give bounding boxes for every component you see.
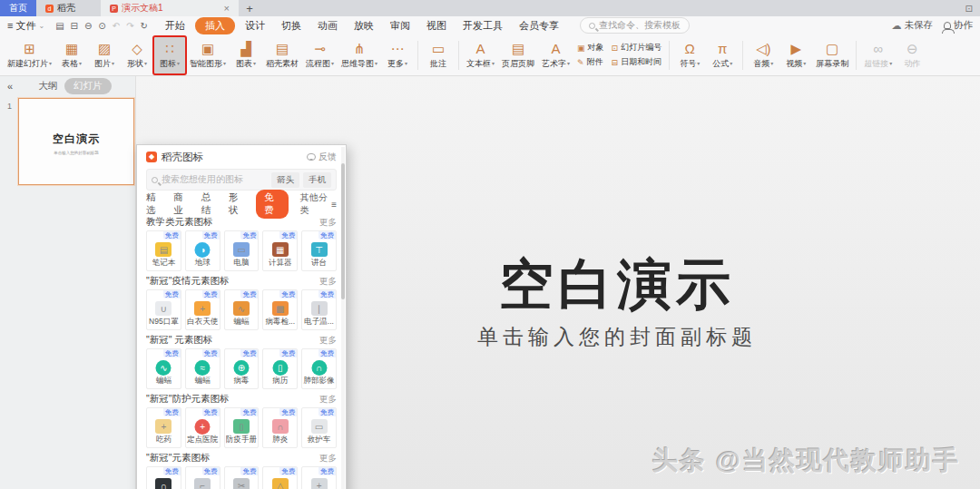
scrollbar-thumb[interactable]	[341, 163, 345, 299]
collapse-sidebar-icon[interactable]: «	[7, 81, 13, 92]
close-tab-icon[interactable]: ×	[224, 3, 230, 14]
toolbar-item-audio[interactable]: ◁)音频▾	[747, 36, 779, 74]
ribbon-tab-7[interactable]: 视图	[420, 18, 453, 34]
toolbar-item-table[interactable]: ▦表格▾	[55, 36, 88, 74]
toolbar-item-picture[interactable]: ▨图片▾	[88, 36, 121, 74]
slide-thumbnail[interactable]: 空白演示 单击输入您的封面副标题	[18, 98, 134, 185]
toolbar-item-formula[interactable]: π公式▾	[706, 36, 739, 74]
toolbar-item-date-time[interactable]: ⊟日期和时间	[612, 56, 662, 68]
slide-title-text[interactable]: 空白演示	[363, 249, 871, 322]
icon-cell[interactable]: 免费∿蝙蝠	[146, 348, 181, 389]
icon-cell[interactable]: 免费∩X光片	[146, 466, 181, 489]
ribbon-tab-6[interactable]: 审阅	[384, 18, 416, 34]
file-menu-button[interactable]: ≡ 文件 ⌄	[7, 19, 44, 33]
toolbar-item-slide-number[interactable]: ⊡幻灯片编号	[612, 42, 662, 54]
icon-cell[interactable]: 免费▯病历	[262, 348, 298, 389]
icon-cell[interactable]: 免费+吃药	[146, 407, 181, 448]
toolbar-item-chart[interactable]: ▟图表▾	[230, 36, 262, 74]
toolbar-item-symbol[interactable]: Ω符号▾	[673, 36, 706, 74]
toolbar-item-video[interactable]: ▶视频▾	[779, 36, 812, 74]
icon-cell[interactable]: 免费▭救护车	[301, 407, 337, 448]
ribbon-tab-1[interactable]: 插入	[195, 17, 235, 34]
icon-cell[interactable]: 免费▭电脑	[224, 230, 260, 271]
toolbar-item-icons[interactable]: ∷图标▾	[153, 36, 186, 74]
more-link[interactable]: 更多	[319, 453, 337, 465]
tab-outline[interactable]: 大纲	[38, 80, 57, 93]
feedback-button[interactable]: 反馈	[307, 151, 337, 163]
tab-home[interactable]: 首页	[0, 0, 36, 16]
redo-icon[interactable]: ↷	[126, 21, 133, 31]
category-1[interactable]: 商业	[173, 191, 189, 217]
tab-slides[interactable]: 幻灯片	[64, 78, 112, 94]
preview-icon[interactable]: ⊙	[98, 21, 105, 31]
window-controls-icon[interactable]: ⊡	[965, 0, 973, 16]
save-status[interactable]: ☁未保存	[892, 19, 934, 32]
ribbon-tab-4[interactable]: 动画	[311, 18, 344, 34]
save-icon[interactable]: ▤	[55, 21, 64, 31]
toolbar-item-docer-assets[interactable]: ▤稻壳素材	[262, 36, 302, 74]
more-link[interactable]: 更多	[319, 394, 337, 406]
more-link[interactable]: 更多	[319, 217, 337, 229]
toolbar-item-attachment[interactable]: ✎附件	[577, 56, 604, 68]
icon-cell[interactable]: 免费+白衣天使	[185, 289, 220, 330]
new-tab-button[interactable]: +	[239, 0, 260, 16]
category-other[interactable]: 其他分类≡	[300, 191, 337, 217]
category-4[interactable]: 免费	[256, 190, 288, 219]
toolbar-item-mindmap[interactable]: ⋔思维导图▾	[338, 36, 381, 74]
toolbar-item-wordart[interactable]: A艺术字▾	[538, 36, 573, 74]
panel-scrollbar[interactable]	[341, 147, 345, 489]
more-link[interactable]: 更多	[319, 335, 337, 347]
ribbon-tab-9[interactable]: 会员专享	[513, 18, 565, 34]
toolbar-item-action[interactable]: ⊖动作	[896, 36, 928, 74]
toolbar-item-textbox[interactable]: A文本框▾	[463, 36, 498, 74]
icon-cell[interactable]: 免费∩肺部影像	[301, 348, 337, 389]
search-tag-0[interactable]: 箭头	[271, 172, 299, 188]
toolbar-item-flowchart[interactable]: ⊸流程图▾	[302, 36, 338, 74]
icon-cell[interactable]: 免费◑地球	[185, 230, 220, 271]
icon-cell[interactable]: 免费≈蝙蝠	[185, 348, 220, 389]
icon-cell[interactable]: 免费▦计算器	[262, 230, 298, 271]
ribbon-tab-0[interactable]: 开始	[159, 18, 191, 34]
icon-cell[interactable]: 免费△医学实验	[262, 466, 298, 489]
ribbon-tab-5[interactable]: 放映	[348, 18, 380, 34]
search-tag-1[interactable]: 手机	[303, 172, 331, 188]
icon-cell[interactable]: 免费⊤讲台	[301, 230, 337, 271]
ribbon-tab-2[interactable]: 设计	[239, 18, 271, 34]
icon-cell[interactable]: 免费✂剪刀	[224, 466, 260, 489]
icon-cell[interactable]: 免费∩肺炎	[262, 407, 298, 448]
icon-cell[interactable]: 免费∿蝙蝠	[224, 289, 260, 330]
category-0[interactable]: 精选	[146, 191, 162, 217]
toolbar-item-more[interactable]: ⋯更多▾	[381, 36, 414, 74]
icon-cell[interactable]: 免费+医护人员	[301, 466, 337, 489]
toolbar-item-screen-record[interactable]: ▢屏幕录制	[812, 36, 852, 74]
toolbar-item-header-footer[interactable]: ▤页眉页脚	[498, 36, 538, 74]
ribbon-tab-8[interactable]: 开发工具	[456, 18, 509, 34]
icon-cell[interactable]: 免费⌐体温计	[185, 466, 220, 489]
toolbar-item-smartart[interactable]: ▣智能图形▾	[186, 36, 230, 74]
tab-docer[interactable]: d 稻壳	[36, 0, 84, 16]
toolbar-item-comment[interactable]: ▭批注	[422, 36, 455, 74]
icon-cell[interactable]: 免费▩病毒检...	[262, 289, 298, 330]
slide-subtitle-text[interactable]: 单击输入您的封面副标题	[363, 323, 871, 351]
toolbar-item-hyperlink[interactable]: ∞超链接▾	[860, 36, 896, 74]
icon-cell[interactable]: 免费∪N95口罩	[146, 289, 181, 330]
category-3[interactable]: 形状	[229, 191, 244, 217]
undo-icon[interactable]: ↶	[113, 21, 120, 31]
category-2[interactable]: 总结	[201, 191, 217, 217]
icon-cell[interactable]: 免费⊕病毒	[224, 348, 260, 389]
ribbon-tab-3[interactable]: 切换	[275, 18, 308, 34]
icon-cell[interactable]: 免费∣电子温...	[301, 289, 337, 330]
more-link[interactable]: 更多	[319, 276, 337, 288]
refresh-icon[interactable]: ↻	[141, 21, 148, 31]
toolbar-item-shapes[interactable]: ◇形状▾	[121, 36, 153, 74]
icon-cell[interactable]: 免费+定点医院	[185, 407, 220, 448]
icon-cell[interactable]: 免费▯防疫手册	[224, 407, 260, 448]
export-icon[interactable]: ⊖	[84, 21, 92, 31]
toolbar-item-new-slide[interactable]: ⊞新建幻灯片▾	[4, 36, 55, 74]
toolbar-item-object[interactable]: ▣对象	[577, 42, 604, 54]
icon-search-box[interactable]: 搜索您想使用的图标 箭头手机	[146, 169, 337, 191]
collaborate-button[interactable]: 协作	[944, 19, 973, 32]
tab-document[interactable]: P 演示文稿1 ×	[101, 0, 239, 16]
print-icon[interactable]: ⊟	[71, 21, 78, 31]
icon-cell[interactable]: 免费▤笔记本	[146, 230, 181, 271]
